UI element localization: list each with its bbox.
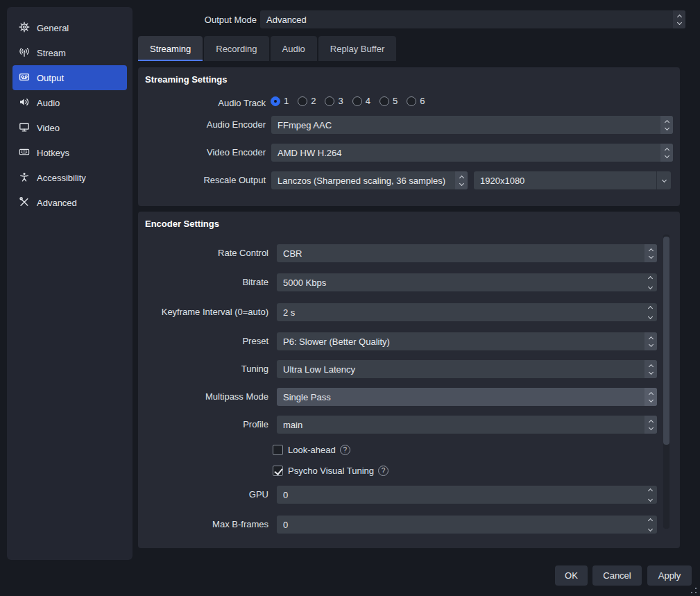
checkbox-icon bbox=[273, 466, 283, 476]
sidebar-item-hotkeys[interactable]: Hotkeys bbox=[12, 140, 127, 165]
tab-label: Recording bbox=[216, 44, 257, 54]
profile-label: Profile bbox=[138, 419, 268, 430]
sidebar-item-general[interactable]: General bbox=[12, 15, 127, 40]
gear-icon bbox=[19, 22, 30, 35]
streaming-settings-panel: Streaming Settings Audio Track 1 2 3 4 5… bbox=[138, 67, 680, 206]
sidebar-item-label: Accessibility bbox=[37, 173, 86, 183]
tab-replay-buffer[interactable]: Replay Buffer bbox=[318, 36, 397, 61]
output-tabs: Streaming Recording Audio Replay Buffer bbox=[138, 36, 396, 61]
encoder-settings-title: Encoder Settings bbox=[145, 219, 219, 229]
cancel-button[interactable]: Cancel bbox=[592, 565, 642, 586]
combo-arrows-icon bbox=[660, 144, 673, 162]
multipass-mode-select[interactable]: Single Pass bbox=[277, 388, 657, 406]
rate-control-label: Rate Control bbox=[138, 248, 268, 259]
rescale-filter-value: Lanczos (Sharpened scaling, 36 samples) bbox=[271, 176, 455, 186]
audio-track-radio-2[interactable]: 2 bbox=[298, 96, 316, 106]
accessibility-icon bbox=[19, 171, 30, 185]
audio-encoder-value: FFmpeg AAC bbox=[271, 120, 660, 130]
max-b-frames-label: Max B-frames bbox=[138, 519, 268, 530]
radio-icon bbox=[325, 96, 334, 106]
sidebar-item-advanced[interactable]: Advanced bbox=[12, 190, 127, 215]
audio-encoder-select[interactable]: FFmpeg AAC bbox=[271, 116, 673, 134]
speaker-icon bbox=[19, 96, 30, 110]
settings-sidebar: General Stream Output Audio Video Hotkey… bbox=[7, 7, 133, 560]
tab-recording[interactable]: Recording bbox=[204, 36, 268, 61]
tools-icon bbox=[19, 196, 30, 210]
combo-arrows-icon bbox=[644, 388, 657, 406]
chevron-down-icon[interactable] bbox=[656, 171, 671, 189]
help-icon[interactable] bbox=[340, 445, 350, 455]
sidebar-item-label: Hotkeys bbox=[37, 148, 69, 158]
video-encoder-value: AMD HW H.264 bbox=[271, 148, 660, 158]
tab-audio[interactable]: Audio bbox=[271, 36, 317, 61]
tuning-select[interactable]: Ultra Low Latency bbox=[277, 360, 657, 378]
keyframe-interval-spinbox[interactable]: 2 s bbox=[277, 303, 657, 321]
output-mode-select[interactable]: Advanced bbox=[260, 10, 685, 28]
radio-icon bbox=[271, 96, 280, 106]
sidebar-item-output[interactable]: Output bbox=[12, 65, 127, 90]
look-ahead-checkbox[interactable]: Look-ahead bbox=[273, 443, 350, 457]
multipass-mode-label: Multipass Mode bbox=[138, 391, 268, 402]
radio-label: 2 bbox=[311, 96, 316, 106]
gpu-value: 0 bbox=[277, 490, 643, 500]
monitor-icon bbox=[19, 121, 30, 135]
sidebar-item-audio[interactable]: Audio bbox=[12, 90, 127, 115]
bitrate-label: Bitrate bbox=[138, 277, 268, 288]
radio-icon bbox=[407, 96, 416, 106]
encoder-settings-panel: Encoder Settings Rate Control CBR Bitrat… bbox=[138, 212, 680, 548]
apply-button[interactable]: Apply bbox=[647, 565, 692, 586]
output-mode-value: Advanced bbox=[260, 15, 673, 25]
tuning-value: Ultra Low Latency bbox=[277, 364, 644, 375]
rescale-resolution-select[interactable]: 1920x1080 bbox=[474, 171, 671, 189]
combo-arrows-icon bbox=[644, 332, 657, 350]
combo-arrows-icon bbox=[673, 10, 685, 28]
rate-control-select[interactable]: CBR bbox=[277, 244, 657, 262]
max-b-frames-value: 0 bbox=[277, 520, 643, 530]
ok-button[interactable]: OK bbox=[555, 565, 588, 586]
spinner-arrows-icon[interactable] bbox=[643, 273, 657, 291]
tab-label: Audio bbox=[282, 44, 305, 54]
encoder-scrollbar-thumb[interactable] bbox=[663, 237, 669, 445]
spinner-arrows-icon[interactable] bbox=[643, 516, 657, 534]
audio-track-label: Audio Track bbox=[138, 98, 266, 109]
video-encoder-select[interactable]: AMD HW H.264 bbox=[271, 144, 673, 162]
bitrate-value: 5000 Kbps bbox=[277, 278, 643, 288]
tab-label: Replay Buffer bbox=[330, 44, 385, 54]
profile-select[interactable]: main bbox=[277, 416, 657, 434]
rescale-filter-select[interactable]: Lanczos (Sharpened scaling, 36 samples) bbox=[271, 171, 468, 189]
combo-arrows-icon bbox=[644, 360, 657, 378]
tuning-label: Tuning bbox=[138, 364, 268, 375]
resize-grip[interactable] bbox=[691, 588, 697, 594]
audio-track-radio-3[interactable]: 3 bbox=[325, 96, 343, 106]
gpu-spinbox[interactable]: 0 bbox=[277, 486, 657, 504]
stream-broadcast-icon bbox=[19, 46, 30, 60]
sidebar-item-label: General bbox=[37, 23, 69, 33]
sidebar-item-label: Output bbox=[37, 73, 64, 83]
preset-select[interactable]: P6: Slower (Better Quality) bbox=[277, 332, 657, 350]
spinner-arrows-icon[interactable] bbox=[643, 303, 657, 321]
audio-track-radio-6[interactable]: 6 bbox=[407, 96, 425, 106]
sidebar-item-accessibility[interactable]: Accessibility bbox=[12, 165, 127, 190]
audio-track-radio-1[interactable]: 1 bbox=[271, 96, 289, 106]
obs-settings-window: { "colors": { "accent_blue": "#2e6bf2", … bbox=[0, 0, 700, 596]
audio-track-radio-4[interactable]: 4 bbox=[352, 96, 370, 106]
sidebar-item-label: Audio bbox=[37, 98, 60, 108]
max-b-frames-spinbox[interactable]: 0 bbox=[277, 516, 657, 534]
keyframe-interval-label: Keyframe Interval (0=auto) bbox=[138, 307, 268, 318]
audio-track-radio-5[interactable]: 5 bbox=[379, 96, 398, 106]
sidebar-item-label: Stream bbox=[37, 48, 66, 58]
sidebar-item-label: Video bbox=[37, 123, 60, 133]
psycho-visual-tuning-checkbox[interactable]: Psycho Visual Tuning bbox=[273, 463, 389, 477]
spinner-arrows-icon[interactable] bbox=[643, 486, 657, 504]
sidebar-item-video[interactable]: Video bbox=[12, 115, 127, 140]
radio-label: 5 bbox=[393, 96, 398, 106]
bitrate-spinbox[interactable]: 5000 Kbps bbox=[277, 273, 657, 291]
preset-value: P6: Slower (Better Quality) bbox=[277, 337, 644, 347]
video-encoder-label: Video Encoder bbox=[138, 147, 266, 158]
help-icon[interactable] bbox=[378, 466, 389, 476]
preset-label: Preset bbox=[138, 336, 268, 347]
ok-button-label: OK bbox=[565, 570, 578, 581]
tab-streaming[interactable]: Streaming bbox=[138, 36, 203, 61]
sidebar-item-stream[interactable]: Stream bbox=[12, 40, 127, 65]
combo-arrows-icon bbox=[644, 416, 657, 434]
